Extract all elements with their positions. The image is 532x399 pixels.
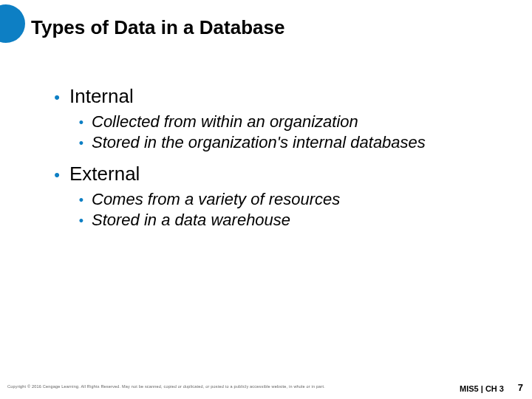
- bullet-icon: •: [52, 167, 62, 183]
- bullet-icon: •: [77, 137, 86, 150]
- bullet-text: Internal: [69, 85, 134, 108]
- accent-circle-icon: [0, 4, 25, 43]
- list-item: • Stored in a data warehouse: [77, 211, 510, 230]
- footer: Copyright © 2016 Cengage Learning. All R…: [7, 377, 525, 395]
- list-item: • Comes from a variety of resources: [77, 190, 510, 209]
- sub-bullet-text: Stored in the organization's internal da…: [92, 133, 426, 152]
- sub-bullet-text: Collected from within an organization: [92, 112, 358, 132]
- sub-bullet-text: Comes from a variety of resources: [92, 190, 340, 209]
- bullet-list: • Internal • Collected from within an or…: [52, 85, 510, 230]
- bullet-icon: •: [77, 214, 86, 228]
- sub-bullet-text: Stored in a data warehouse: [92, 211, 290, 230]
- bullet-text: External: [69, 163, 140, 185]
- chapter-label: MIS5 | CH 3: [460, 384, 504, 393]
- list-item: • Internal • Collected from within an or…: [52, 85, 510, 152]
- page-number: 7: [518, 382, 523, 393]
- slide-title: Types of Data in a Database: [31, 16, 284, 39]
- list-item: • External • Comes from a variety of res…: [52, 163, 510, 230]
- content-area: • Internal • Collected from within an or…: [52, 85, 510, 240]
- sub-list: • Comes from a variety of resources • St…: [77, 190, 510, 230]
- list-item: • Collected from within an organization: [77, 112, 510, 132]
- sub-list: • Collected from within an organization …: [77, 112, 510, 152]
- slide: Types of Data in a Database • Internal •…: [0, 0, 532, 399]
- bullet-icon: •: [77, 194, 86, 207]
- copyright-text: Copyright © 2016 Cengage Learning. All R…: [7, 384, 325, 389]
- list-item: • Stored in the organization's internal …: [77, 133, 510, 152]
- bullet-icon: •: [77, 116, 86, 129]
- bullet-icon: •: [52, 89, 62, 106]
